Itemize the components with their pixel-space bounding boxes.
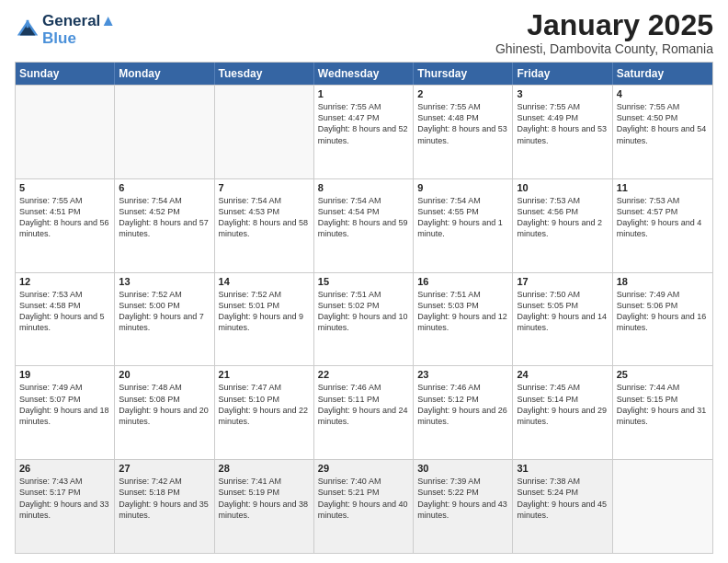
cell-info: Sunrise: 7:55 AM Sunset: 4:48 PM Dayligh… <box>417 101 508 146</box>
calendar-row: 1Sunrise: 7:55 AM Sunset: 4:47 PM Daylig… <box>16 85 712 178</box>
calendar-cell: 9Sunrise: 7:54 AM Sunset: 4:55 PM Daylig… <box>414 179 513 272</box>
day-number: 6 <box>119 182 210 193</box>
day-number: 10 <box>517 182 608 193</box>
calendar-cell: 14Sunrise: 7:52 AM Sunset: 5:01 PM Dayli… <box>215 273 314 366</box>
cell-info: Sunrise: 7:52 AM Sunset: 5:01 PM Dayligh… <box>219 289 310 334</box>
calendar-cell: 18Sunrise: 7:49 AM Sunset: 5:06 PM Dayli… <box>613 273 712 366</box>
day-number: 9 <box>417 182 508 193</box>
calendar-cell: 21Sunrise: 7:47 AM Sunset: 5:10 PM Dayli… <box>215 366 314 459</box>
cell-info: Sunrise: 7:46 AM Sunset: 5:11 PM Dayligh… <box>318 382 409 427</box>
cell-info: Sunrise: 7:38 AM Sunset: 5:24 PM Dayligh… <box>517 476 608 521</box>
page: General▲ Blue January 2025 Ghinesti, Dam… <box>0 0 728 563</box>
day-number: 23 <box>417 369 508 380</box>
weekday-header: Tuesday <box>215 63 314 85</box>
day-number: 21 <box>219 369 310 380</box>
calendar-cell: 3Sunrise: 7:55 AM Sunset: 4:49 PM Daylig… <box>513 86 612 178</box>
calendar-body: 1Sunrise: 7:55 AM Sunset: 4:47 PM Daylig… <box>16 85 712 553</box>
calendar-cell <box>215 86 314 178</box>
calendar-row: 26Sunrise: 7:43 AM Sunset: 5:17 PM Dayli… <box>16 459 712 553</box>
day-number: 31 <box>517 463 608 474</box>
calendar-cell <box>115 86 214 178</box>
cell-info: Sunrise: 7:47 AM Sunset: 5:10 PM Dayligh… <box>219 382 310 427</box>
cell-info: Sunrise: 7:54 AM Sunset: 4:55 PM Dayligh… <box>417 195 508 240</box>
cell-info: Sunrise: 7:54 AM Sunset: 4:53 PM Dayligh… <box>219 195 310 240</box>
day-number: 16 <box>417 276 508 287</box>
location: Ghinesti, Dambovita County, Romania <box>495 41 713 56</box>
calendar-cell: 23Sunrise: 7:46 AM Sunset: 5:12 PM Dayli… <box>414 366 513 459</box>
calendar-row: 19Sunrise: 7:49 AM Sunset: 5:07 PM Dayli… <box>16 365 712 459</box>
cell-info: Sunrise: 7:55 AM Sunset: 4:47 PM Dayligh… <box>318 101 409 146</box>
calendar-cell: 8Sunrise: 7:54 AM Sunset: 4:54 PM Daylig… <box>314 179 414 272</box>
weekday-header: Thursday <box>414 63 513 85</box>
calendar-cell: 5Sunrise: 7:55 AM Sunset: 4:51 PM Daylig… <box>16 179 115 272</box>
day-number: 26 <box>19 463 110 474</box>
logo-text: General▲ Blue <box>42 13 116 47</box>
calendar-cell: 31Sunrise: 7:38 AM Sunset: 5:24 PM Dayli… <box>513 460 612 553</box>
day-number: 22 <box>318 369 409 380</box>
calendar-cell: 28Sunrise: 7:41 AM Sunset: 5:19 PM Dayli… <box>215 460 314 553</box>
cell-info: Sunrise: 7:50 AM Sunset: 5:05 PM Dayligh… <box>517 289 608 334</box>
calendar-cell: 15Sunrise: 7:51 AM Sunset: 5:02 PM Dayli… <box>314 273 414 366</box>
weekday-header: Wednesday <box>314 63 414 85</box>
day-number: 8 <box>318 182 409 193</box>
cell-info: Sunrise: 7:44 AM Sunset: 5:15 PM Dayligh… <box>617 382 709 427</box>
day-number: 18 <box>617 276 709 287</box>
cell-info: Sunrise: 7:51 AM Sunset: 5:03 PM Dayligh… <box>417 289 508 334</box>
cell-info: Sunrise: 7:53 AM Sunset: 4:57 PM Dayligh… <box>617 195 709 240</box>
calendar-header: SundayMondayTuesdayWednesdayThursdayFrid… <box>16 63 712 85</box>
calendar-cell: 20Sunrise: 7:48 AM Sunset: 5:08 PM Dayli… <box>115 366 214 459</box>
calendar-cell: 24Sunrise: 7:45 AM Sunset: 5:14 PM Dayli… <box>513 366 612 459</box>
cell-info: Sunrise: 7:48 AM Sunset: 5:08 PM Dayligh… <box>119 382 210 427</box>
day-number: 12 <box>19 276 110 287</box>
calendar-row: 12Sunrise: 7:53 AM Sunset: 4:58 PM Dayli… <box>16 272 712 366</box>
cell-info: Sunrise: 7:45 AM Sunset: 5:14 PM Dayligh… <box>517 382 608 427</box>
calendar-cell: 17Sunrise: 7:50 AM Sunset: 5:05 PM Dayli… <box>513 273 612 366</box>
day-number: 25 <box>617 369 709 380</box>
calendar-cell: 4Sunrise: 7:55 AM Sunset: 4:50 PM Daylig… <box>613 86 712 178</box>
day-number: 2 <box>417 88 508 99</box>
day-number: 29 <box>318 463 409 474</box>
day-number: 24 <box>517 369 608 380</box>
day-number: 11 <box>617 182 709 193</box>
calendar-cell: 30Sunrise: 7:39 AM Sunset: 5:22 PM Dayli… <box>414 460 513 553</box>
calendar-cell: 29Sunrise: 7:40 AM Sunset: 5:21 PM Dayli… <box>314 460 414 553</box>
day-number: 19 <box>19 369 110 380</box>
day-number: 7 <box>219 182 310 193</box>
cell-info: Sunrise: 7:54 AM Sunset: 4:54 PM Dayligh… <box>318 195 409 240</box>
calendar-cell: 1Sunrise: 7:55 AM Sunset: 4:47 PM Daylig… <box>314 86 414 178</box>
calendar-cell: 25Sunrise: 7:44 AM Sunset: 5:15 PM Dayli… <box>613 366 712 459</box>
weekday-header: Sunday <box>16 63 115 85</box>
cell-info: Sunrise: 7:55 AM Sunset: 4:50 PM Dayligh… <box>617 101 709 146</box>
calendar-cell: 12Sunrise: 7:53 AM Sunset: 4:58 PM Dayli… <box>16 273 115 366</box>
cell-info: Sunrise: 7:53 AM Sunset: 4:56 PM Dayligh… <box>517 195 608 240</box>
weekday-header: Friday <box>513 63 612 85</box>
day-number: 15 <box>318 276 409 287</box>
cell-info: Sunrise: 7:52 AM Sunset: 5:00 PM Dayligh… <box>119 289 210 334</box>
day-number: 14 <box>219 276 310 287</box>
weekday-header: Saturday <box>613 63 712 85</box>
header: General▲ Blue January 2025 Ghinesti, Dam… <box>15 9 713 56</box>
calendar: SundayMondayTuesdayWednesdayThursdayFrid… <box>15 62 713 554</box>
cell-info: Sunrise: 7:54 AM Sunset: 4:52 PM Dayligh… <box>119 195 210 240</box>
calendar-cell: 19Sunrise: 7:49 AM Sunset: 5:07 PM Dayli… <box>16 366 115 459</box>
day-number: 30 <box>417 463 508 474</box>
cell-info: Sunrise: 7:55 AM Sunset: 4:51 PM Dayligh… <box>19 195 110 240</box>
cell-info: Sunrise: 7:46 AM Sunset: 5:12 PM Dayligh… <box>417 382 508 427</box>
day-number: 5 <box>19 182 110 193</box>
cell-info: Sunrise: 7:43 AM Sunset: 5:17 PM Dayligh… <box>19 476 110 521</box>
day-number: 17 <box>517 276 608 287</box>
day-number: 1 <box>318 88 409 99</box>
calendar-cell: 7Sunrise: 7:54 AM Sunset: 4:53 PM Daylig… <box>215 179 314 272</box>
cell-info: Sunrise: 7:40 AM Sunset: 5:21 PM Dayligh… <box>318 476 409 521</box>
day-number: 27 <box>119 463 210 474</box>
cell-info: Sunrise: 7:51 AM Sunset: 5:02 PM Dayligh… <box>318 289 409 334</box>
calendar-cell: 2Sunrise: 7:55 AM Sunset: 4:48 PM Daylig… <box>414 86 513 178</box>
cell-info: Sunrise: 7:39 AM Sunset: 5:22 PM Dayligh… <box>417 476 508 521</box>
calendar-cell: 11Sunrise: 7:53 AM Sunset: 4:57 PM Dayli… <box>613 179 712 272</box>
day-number: 20 <box>119 369 210 380</box>
day-number: 3 <box>517 88 608 99</box>
cell-info: Sunrise: 7:55 AM Sunset: 4:49 PM Dayligh… <box>517 101 608 146</box>
calendar-cell: 26Sunrise: 7:43 AM Sunset: 5:17 PM Dayli… <box>16 460 115 553</box>
month-title: January 2025 <box>495 9 713 41</box>
logo-icon <box>15 17 40 43</box>
